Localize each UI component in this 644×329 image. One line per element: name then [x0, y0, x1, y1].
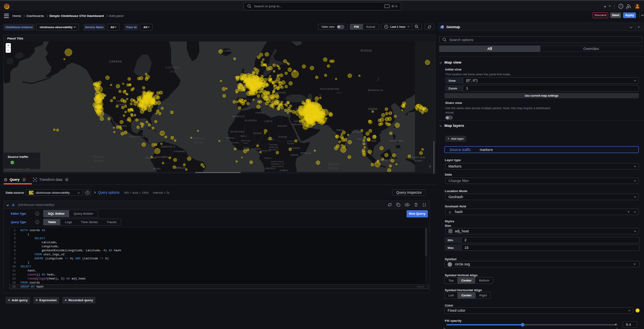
svg-text:BURKINA: BURKINA	[242, 140, 251, 142]
svg-text:PHILIPPINES: PHILIPPINES	[390, 140, 404, 142]
svg-text:REPUBLIC OF: REPUBLIC OF	[271, 163, 285, 165]
svg-text:PERU: PERU	[153, 168, 161, 170]
svg-text:Labrador: Labrador	[165, 66, 181, 69]
svg-text:GHANA: GHANA	[243, 147, 250, 149]
svg-text:THE CONGO: THE CONGO	[272, 166, 284, 168]
svg-text:Pacific: Pacific	[93, 155, 104, 159]
svg-text:Ocean: Ocean	[194, 141, 204, 144]
svg-text:i: i	[37, 221, 37, 223]
svg-text:ARABIA: ARABIA	[293, 123, 303, 126]
svg-text:SUDAN: SUDAN	[279, 136, 287, 138]
svg-text:KAZAKHSTAN: KAZAKHSTAN	[320, 88, 339, 90]
svg-text:?: ?	[620, 4, 622, 8]
svg-text:Ocean: Ocean	[94, 159, 104, 163]
svg-text:A: A	[448, 210, 451, 213]
svg-text:SUDAN: SUDAN	[287, 143, 294, 145]
svg-text:GUATEMALA: GUATEMALA	[129, 135, 144, 138]
svg-text:LIBYA: LIBYA	[264, 120, 273, 122]
svg-text:DEMOCRATIC: DEMOCRATIC	[271, 161, 285, 163]
svg-text:KENYA: KENYA	[291, 154, 299, 156]
svg-text:GABON: GABON	[264, 157, 271, 159]
svg-text:ZAMBIA: ZAMBIA	[280, 170, 288, 172]
svg-text:TUNISIA: TUNISIA	[255, 112, 264, 114]
svg-text:CENTRAL: CENTRAL	[269, 144, 278, 146]
svg-text:RUSSIA: RUSSIA	[361, 49, 372, 52]
svg-text:MONGOLIA: MONGOLIA	[368, 89, 383, 91]
svg-text:BRAZIL: BRAZIL	[175, 166, 186, 169]
svg-text:SURINAME: SURINAME	[174, 151, 186, 153]
svg-text:Indian: Indian	[328, 162, 339, 166]
svg-text:MAURITANIA: MAURITANIA	[231, 131, 244, 133]
svg-text:CANADA: CANADA	[109, 60, 122, 63]
svg-text:COLOMBIA: COLOMBIA	[156, 156, 169, 158]
svg-text:MOROCCO: MOROCCO	[233, 115, 245, 118]
svg-text:PAPUA NEW: PAPUA NEW	[412, 157, 425, 159]
svg-text:i: i	[37, 212, 37, 215]
svg-text:SOMALIA: SOMALIA	[300, 152, 311, 154]
svg-text:ALGERIA: ALGERIA	[244, 119, 257, 122]
svg-text:SOUTH: SOUTH	[287, 140, 294, 142]
svg-text:Ocean: Ocean	[328, 166, 339, 170]
svg-text:FASO: FASO	[243, 142, 248, 144]
svg-text:Sea: Sea	[170, 70, 176, 73]
svg-text:MALI: MALI	[241, 135, 247, 137]
svg-text:SENEGAL: SENEGAL	[225, 137, 235, 139]
svg-text:EGYPT: EGYPT	[278, 125, 287, 127]
svg-text:GUINEA: GUINEA	[414, 160, 423, 162]
svg-text:GUINEA: GUINEA	[231, 142, 239, 144]
svg-text:AFRICAN: AFRICAN	[269, 146, 278, 148]
svg-text:NIGER: NIGER	[254, 132, 262, 134]
svg-text:CHINA: CHINA	[368, 108, 378, 110]
svg-text:Atlantic: Atlantic	[192, 137, 205, 140]
svg-text:VENEZUELA: VENEZUELA	[161, 145, 175, 148]
